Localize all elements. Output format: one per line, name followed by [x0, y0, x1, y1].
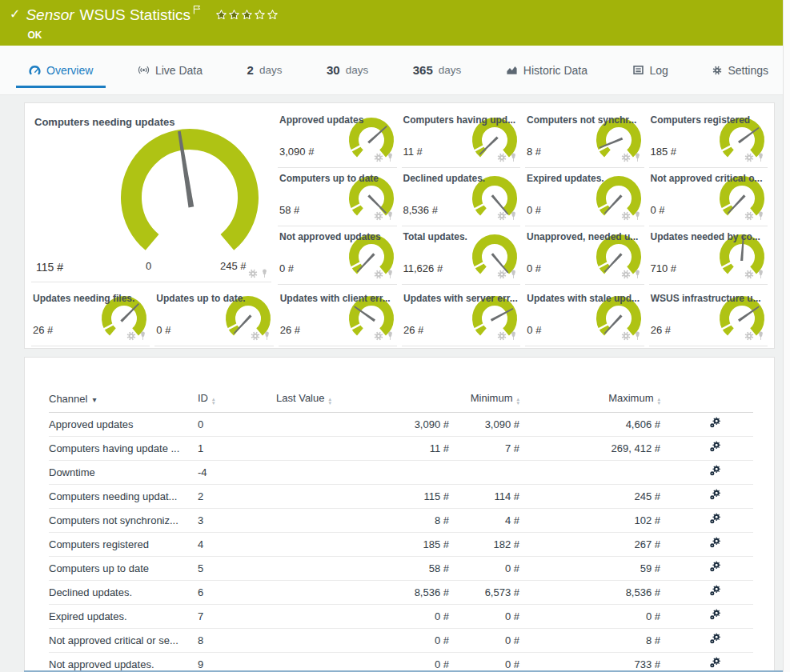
cell-last-value: 0 # [276, 604, 449, 628]
table-row[interactable]: Not approved critical or se... 8 0 # 0 #… [49, 628, 753, 652]
star-icon[interactable] [241, 9, 253, 21]
table-row[interactable]: Computers up to date 5 58 # 0 # 59 # [49, 556, 753, 580]
small-gauges-grid: Approved updates 3,090 # Computers havin… [278, 110, 768, 285]
tab-365-days[interactable]: 365days [408, 46, 467, 94]
pin-icon[interactable] [139, 331, 146, 341]
table-row[interactable]: Computers registered 4 185 # 182 # 267 # [49, 532, 753, 556]
channel-settings-icon[interactable] [709, 489, 721, 501]
gauge-settings-icon[interactable] [621, 331, 631, 341]
channel-settings-icon[interactable] [709, 441, 721, 453]
gauge-settings-icon[interactable] [126, 331, 136, 341]
pin-icon[interactable] [510, 331, 517, 341]
gauge-settings-icon[interactable] [374, 270, 383, 279]
column-header-channel[interactable]: Channel▾ [49, 385, 198, 412]
gauge-settings-icon[interactable] [248, 269, 258, 278]
table-row[interactable]: Expired updates. 7 0 # 0 # 0 # [49, 604, 753, 628]
tab-overview[interactable]: Overview [24, 46, 98, 94]
gauge-settings-icon[interactable] [744, 331, 754, 341]
gauge-tile: Updates needing files. 26 # [31, 288, 150, 346]
gauge-tile: Updates with stale upd... 0 # [525, 288, 644, 346]
gauge-settings-icon[interactable] [374, 211, 383, 221]
pin-icon[interactable] [510, 211, 517, 221]
sort-desc-icon: ▾ [92, 395, 96, 404]
channel-settings-icon[interactable] [709, 537, 721, 549]
table-row[interactable]: Approved updates 0 3,090 # 3,090 # 4,606… [49, 412, 753, 436]
pin-icon[interactable] [634, 211, 641, 221]
pin-icon[interactable] [510, 270, 517, 279]
pin-icon[interactable] [387, 153, 394, 162]
pin-icon[interactable] [510, 153, 517, 162]
sensor-kind-label: Sensor [26, 7, 74, 24]
prtg-sensor-page: ✓ Sensor WSUS Statistics OK OverviewLive… [0, 0, 783, 672]
table-row[interactable]: Not approved updates. 9 0 # 0 # 733 # [49, 652, 753, 672]
tab-live-data[interactable]: Live Data [133, 46, 207, 94]
pin-icon[interactable] [634, 270, 641, 279]
table-row[interactable]: Downtime -4 [49, 460, 753, 484]
tab-30-days[interactable]: 30days [322, 46, 373, 94]
tab-log[interactable]: Log [628, 46, 673, 94]
gauge-settings-icon[interactable] [744, 211, 754, 221]
table-row[interactable]: Computers having update ... 1 11 # 7 # 2… [49, 436, 753, 460]
star-icon[interactable] [254, 9, 266, 21]
pin-icon[interactable] [757, 153, 764, 162]
column-header-maximum[interactable]: Maximum▴▾ [519, 385, 660, 412]
pin-icon[interactable] [757, 270, 764, 279]
gauge-settings-icon[interactable] [497, 153, 507, 162]
gauge-value: 0 # [156, 324, 170, 336]
channel-settings-icon[interactable] [709, 513, 721, 525]
gauge-title: Updates with server err... [403, 293, 518, 304]
chart-icon [506, 64, 518, 76]
pin-icon[interactable] [757, 331, 764, 341]
tab-historic-data[interactable]: Historic Data [501, 46, 592, 94]
channel-settings-icon[interactable] [709, 609, 721, 621]
gauge-value: 8 # [527, 146, 541, 158]
channel-settings-icon[interactable] [709, 657, 721, 669]
gauge-settings-icon[interactable] [251, 331, 260, 341]
channel-settings-icon[interactable] [709, 561, 721, 573]
gauge-settings-icon[interactable] [374, 153, 383, 162]
channel-settings-icon[interactable] [709, 585, 721, 597]
tab-2-days[interactable]: 2days [243, 46, 287, 94]
gauge-settings-icon[interactable] [744, 270, 754, 279]
gauge-settings-icon[interactable] [621, 153, 631, 162]
channel-settings-icon[interactable] [709, 465, 721, 477]
star-icon[interactable] [215, 9, 227, 21]
log-icon [632, 64, 644, 76]
channels-table-panel: Channel▾ ID▴▾ Last Value▴▾ Minimum▴▾ Max [24, 357, 775, 672]
flag-icon[interactable] [193, 5, 201, 14]
gauge-title: Computers needing updates [34, 116, 175, 128]
pin-icon[interactable] [263, 331, 271, 341]
pin-icon[interactable] [387, 331, 394, 341]
gauge-tile: Computers not synchr... 8 # [525, 110, 644, 168]
pin-icon[interactable] [757, 211, 764, 221]
pin-icon[interactable] [634, 153, 641, 162]
column-header-last-value[interactable]: Last Value▴▾ [276, 385, 449, 412]
channel-settings-icon[interactable] [709, 417, 721, 429]
gauge-settings-icon[interactable] [621, 270, 631, 279]
star-icon[interactable] [267, 9, 279, 21]
table-row[interactable]: Computers needing updat... 2 115 # 114 #… [49, 484, 753, 508]
gauge-settings-icon[interactable] [621, 211, 631, 221]
table-row[interactable]: Computers not synchroniz... 3 8 # 4 # 10… [49, 508, 753, 532]
tab-settings[interactable]: Settings [708, 46, 773, 94]
table-row[interactable]: Declined updates. 6 8,536 # 6,573 # 8,53… [49, 580, 753, 604]
channel-settings-icon[interactable] [709, 633, 721, 645]
pin-icon[interactable] [387, 211, 394, 221]
star-icon[interactable] [228, 9, 240, 21]
gauge-settings-icon[interactable] [374, 331, 383, 341]
pin-icon[interactable] [261, 269, 268, 278]
gauge-title: WSUS infrastructure u... [651, 293, 761, 304]
gauge-value: 3,090 # [279, 146, 314, 158]
gauge-settings-icon[interactable] [744, 153, 754, 162]
cell-maximum: 102 # [519, 508, 660, 532]
gauge-settings-icon[interactable] [497, 270, 507, 279]
column-header-id[interactable]: ID▴▾ [198, 385, 276, 412]
pin-icon[interactable] [634, 331, 641, 341]
column-header-minimum[interactable]: Minimum▴▾ [449, 385, 519, 412]
pin-icon[interactable] [387, 270, 394, 279]
gauge-settings-icon[interactable] [497, 211, 507, 221]
scrollbar-track[interactable] [783, 0, 790, 672]
cell-minimum [449, 460, 519, 484]
gauge-settings-icon[interactable] [497, 331, 507, 341]
cell-id: 8 [198, 628, 276, 652]
